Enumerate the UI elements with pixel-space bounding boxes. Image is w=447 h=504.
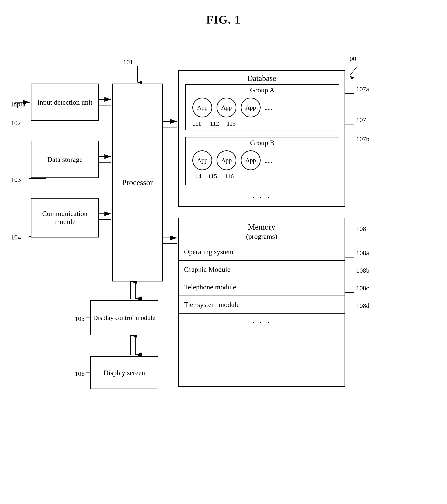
group-a-dots: ... bbox=[265, 103, 273, 112]
app-114: App bbox=[192, 150, 212, 170]
group-b-apps-row: App App App ... bbox=[186, 148, 339, 172]
ref-103-label: 103 bbox=[11, 176, 21, 183]
page-title: FIG. 1 bbox=[0, 0, 447, 26]
ref-112: 112 bbox=[210, 120, 219, 127]
ref-108b-label: 108b bbox=[356, 267, 369, 274]
ref-104-label: 104 bbox=[11, 234, 21, 241]
ref-102-label: 102 bbox=[11, 119, 21, 127]
ref-113: 113 bbox=[227, 120, 236, 127]
display-screen-box: Display screen bbox=[90, 356, 158, 389]
operating-system-label: Operating system bbox=[184, 248, 233, 256]
database-title: Database bbox=[179, 71, 344, 85]
group-a-numbers: 111 112 113 bbox=[186, 120, 339, 127]
ref-111: 111 bbox=[192, 120, 201, 127]
ref-108d-label: 108d bbox=[356, 302, 369, 309]
group-a-apps-row: App App App ... bbox=[186, 95, 339, 120]
display-control-module-label: Display control module bbox=[93, 314, 155, 322]
tier-system-module-label: Tier system module bbox=[184, 301, 240, 309]
ref-108-label: 108 bbox=[356, 225, 366, 233]
svg-line-20 bbox=[350, 65, 358, 76]
app-112: App bbox=[216, 98, 236, 117]
memory-subtitle: (programs) bbox=[179, 233, 344, 243]
input-detection-box: Input detection unit bbox=[31, 84, 99, 121]
ref-107b-label: 107b bbox=[356, 135, 369, 143]
app-115: App bbox=[216, 150, 236, 170]
ref-101-label: 101 bbox=[123, 58, 133, 66]
app-113: App bbox=[241, 98, 261, 117]
memory-title: Memory bbox=[179, 218, 344, 233]
database-box: Database Group A App App App ... 111 112… bbox=[178, 70, 345, 207]
ref-116: 116 bbox=[225, 173, 234, 180]
ref-114: 114 bbox=[192, 173, 201, 180]
graphic-module-label: Graphic Module bbox=[184, 265, 231, 273]
memory-dots: · · · bbox=[179, 314, 344, 332]
communication-module-label: Communication module bbox=[32, 210, 98, 226]
display-control-module-box: Display control module bbox=[90, 300, 158, 335]
group-a-title: Group A bbox=[186, 85, 339, 95]
telephone-module-row: Telephone module bbox=[179, 278, 344, 296]
input-detection-label: Input detection unit bbox=[37, 98, 92, 107]
processor-label: Processor bbox=[122, 178, 153, 187]
ref-106-label: 106 bbox=[75, 370, 85, 377]
data-storage-label: Data storage bbox=[47, 156, 83, 163]
ref-107a-label: 107a bbox=[356, 85, 369, 93]
group-b-dots: ... bbox=[265, 156, 273, 165]
input-label: Input bbox=[11, 100, 26, 108]
group-b-box: Group B App App App ... 114 115 116 bbox=[185, 137, 339, 185]
group-b-title: Group B bbox=[186, 137, 339, 148]
tier-system-module-row: Tier system module bbox=[179, 296, 344, 314]
ref-108a-label: 108a bbox=[356, 249, 369, 257]
app-111: App bbox=[192, 98, 212, 117]
display-screen-label: Display screen bbox=[103, 369, 145, 377]
communication-module-box: Communication module bbox=[31, 198, 99, 237]
database-dots: · · · bbox=[252, 193, 271, 202]
operating-system-row: Operating system bbox=[179, 243, 344, 261]
ref-108c-label: 108c bbox=[356, 284, 369, 292]
graphic-module-row: Graphic Module bbox=[179, 261, 344, 278]
group-a-box: Group A App App App ... 111 112 113 bbox=[185, 84, 339, 130]
ref-115: 115 bbox=[208, 173, 217, 180]
ref-100-label: 100 bbox=[346, 55, 356, 62]
processor-box: Processor bbox=[112, 84, 163, 282]
app-116: App bbox=[241, 150, 261, 170]
data-storage-box: Data storage bbox=[31, 141, 99, 178]
ref-107-label: 107 bbox=[356, 116, 366, 124]
ref-105-label: 105 bbox=[75, 315, 85, 322]
memory-box: Memory (programs) Operating system Graph… bbox=[178, 218, 345, 387]
telephone-module-label: Telephone module bbox=[184, 283, 236, 291]
group-b-numbers: 114 115 116 bbox=[186, 172, 339, 180]
